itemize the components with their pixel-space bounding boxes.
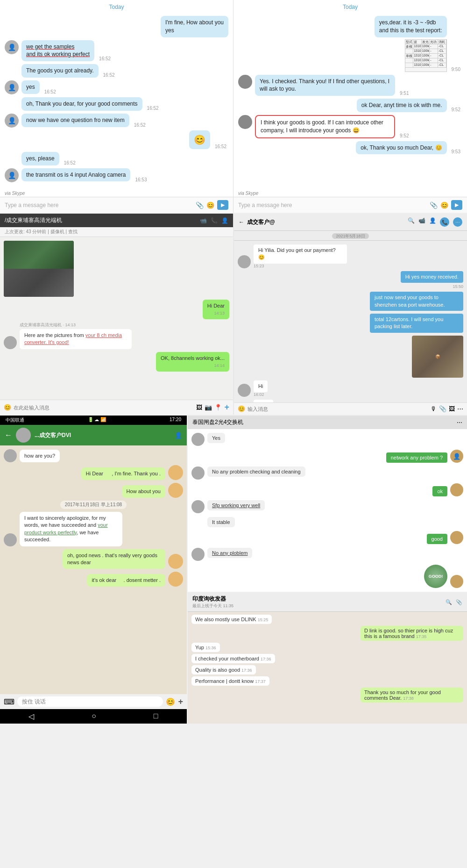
panel-title: 泰国闸盘2光4交换机 [192, 418, 243, 426]
home-nav-icon[interactable]: ○ [92, 712, 96, 721]
message-row: No any ploblem [191, 548, 463, 561]
message-row: No any problem checking and cleaning [191, 466, 463, 480]
date-divider: 2021年5月18日 [332, 233, 368, 239]
back-nav-icon[interactable]: ◁ [28, 712, 34, 721]
message-row: GOOD! [191, 565, 463, 588]
avatar [4, 449, 17, 462]
screenshot-icon[interactable]: 📷 [205, 404, 212, 411]
add-icon[interactable]: + [224, 402, 229, 412]
person-icon[interactable]: 👤 [221, 217, 228, 224]
back-button[interactable]: ← [5, 431, 12, 439]
attachment-icon[interactable]: 📎 [439, 405, 446, 412]
app-title: /成交柬埔寨高清光端机 [5, 216, 62, 224]
message-row: Yup 15:36 [191, 643, 463, 652]
carrier-label: 中国联通 [6, 417, 24, 423]
bubble: it's ok dear . dosent metter . [87, 574, 165, 587]
voice-icon[interactable]: 🎙 [431, 405, 437, 412]
video-icon[interactable]: 📹 [200, 217, 207, 224]
message-input[interactable] [248, 406, 428, 412]
recent-nav-icon[interactable]: □ [154, 712, 158, 721]
message-time: 16:52 [103, 72, 115, 78]
avatar [4, 336, 17, 349]
keyboard-icon[interactable]: ⌨ [4, 697, 14, 706]
emoji-icon[interactable]: 😊 [238, 405, 245, 412]
message-row [4, 241, 229, 297]
back-icon[interactable]: ← [239, 219, 244, 225]
bubble: It stable [207, 517, 235, 527]
message-time: 9:53 [452, 149, 460, 154]
attach-icon[interactable]: 📎 [456, 599, 462, 605]
input-placeholder[interactable]: Type a message here [238, 202, 427, 208]
avatar [168, 554, 183, 569]
search-icon[interactable]: 🔍 [408, 217, 415, 227]
video-call-icon[interactable]: 📹 [418, 217, 425, 227]
message-row: Hi 16:02 [238, 380, 463, 397]
bubble: Hi [254, 380, 268, 392]
image-icon[interactable]: 🖼 [196, 404, 202, 411]
message-row: Quality is also good 17:36 [191, 665, 463, 674]
bubble: How about you [122, 485, 165, 498]
voice-input[interactable] [17, 696, 163, 707]
avatar [450, 483, 463, 496]
header-icons: 📹 📞 👤 [200, 217, 228, 224]
input-placeholder[interactable]: Type a message here [5, 202, 193, 208]
bubble: No any problem checking and cleaning [207, 466, 305, 477]
send-button[interactable]: ▶ [217, 200, 228, 210]
more-icon[interactable]: ⋯ [457, 419, 462, 426]
avatar: 👤 [5, 80, 19, 94]
bubble: Hi Yilia. Did you get our payment? 😊 [254, 244, 347, 264]
wechat-chat-area: Hi Yilia. Did you get our payment? 😊 15:… [234, 241, 467, 402]
message-row: We also mostly use DLINK 15:25 [191, 615, 463, 624]
message-row: 9:52 ok Dear, anyt time is ok with me. [238, 99, 462, 112]
emoji-icon[interactable]: 😊 [206, 201, 214, 209]
message-row: Performance | dontt know 17:37 [191, 676, 463, 686]
avatar: 👤 [5, 40, 19, 54]
message-row: Thank you so much for your good comments… [191, 688, 463, 703]
message-row: just now send your goods to shenzhen sea… [238, 292, 463, 311]
message-row: oh, good news . that's really very goods… [4, 549, 183, 569]
send-button[interactable]: ▶ [451, 200, 462, 210]
phone-icon[interactable]: 📞 [211, 217, 218, 224]
search-icon[interactable]: 🔍 [446, 599, 452, 605]
attach-icon[interactable]: 📎 [196, 201, 204, 209]
attach-icon[interactable]: 📎 [430, 201, 438, 209]
more-icon[interactable]: ⋯ [453, 217, 462, 227]
phone-chat-body: how are you? Hi Dear , I'm fine. Thank y… [0, 445, 187, 694]
bubble: OK, 8channels working ok... 14:14 [156, 352, 229, 372]
bubble: 😊 [189, 130, 210, 149]
avatar: 👤 [5, 114, 19, 128]
bubble: No any ploblem [207, 548, 252, 558]
bubble: Yes [207, 433, 225, 443]
image-icon[interactable]: 🖼 [449, 405, 455, 412]
cctv-image [4, 241, 74, 297]
avatar [238, 384, 251, 397]
message-row: oh, Thank you dear, for your good commen… [5, 97, 228, 111]
message-time: 16:52 [134, 122, 146, 128]
avatar [238, 75, 252, 89]
message-row: Hi Dear , I'm fine. Thank you . [4, 465, 183, 480]
message-row: I'm fine, How about youyes [5, 16, 228, 37]
bubble: yes [21, 80, 40, 94]
more-icon[interactable]: ⋯ [457, 405, 463, 412]
message-row: 👤 yes 16:52 [5, 80, 228, 94]
voice-call-icon[interactable]: 📞 [440, 217, 449, 227]
emoji-icon[interactable]: 😊 [440, 201, 448, 209]
avatar [450, 531, 463, 544]
person-icon[interactable]: 👤 [175, 432, 182, 439]
emoji-icon[interactable]: 😊 [4, 404, 11, 411]
add-icon[interactable]: + [178, 697, 183, 707]
message-input[interactable] [14, 405, 194, 410]
avatar [191, 548, 205, 561]
emoji-icon[interactable]: 😊 [166, 697, 175, 706]
wa-status: 最后上线于今天 11:35 [192, 603, 234, 609]
whatsapp-panel: 印度询收发器 最后上线于今天 11:35 🔍 📎 We also mostly … [188, 593, 467, 724]
app-sub-header: 上次更改: 43 分钟前 | 摄像机 | 查找 [0, 227, 233, 237]
message-row: The goods you got already. 16:52 [5, 64, 228, 78]
contact-avatar [16, 428, 31, 443]
wa-contact-name: 印度询收发器 [192, 595, 234, 603]
status-bar: 中国联通 🔋 ☁ 📶 17:20 [0, 416, 187, 425]
location-icon[interactable]: 📍 [214, 404, 222, 411]
bubble: we get the samplesand its ok working per… [21, 40, 94, 62]
person-add-icon[interactable]: 👤 [429, 217, 436, 227]
app-header-left: /成交柬埔寨高清光端机 📹 📞 👤 [0, 214, 233, 227]
